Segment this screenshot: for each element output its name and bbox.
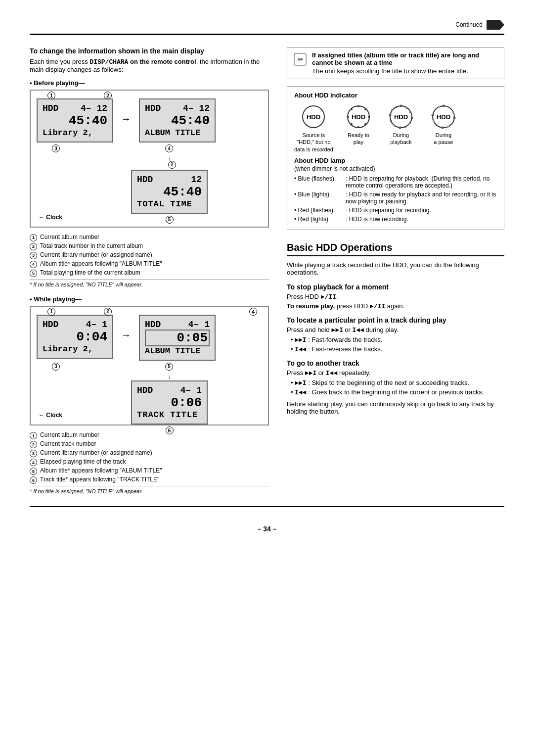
lamp-red-flash-val: : HDD is preparing for recording.: [346, 207, 431, 214]
op-stop-title: To stop playback for a moment: [287, 283, 504, 291]
lamp-blue-flash-val: : HDD is preparing for playback. (During…: [346, 175, 497, 189]
hdd-icon-playback: HDD Duringplayback: [384, 104, 418, 146]
basic-hdd-header: Basic HDD Operations: [287, 242, 504, 256]
main-layout: To change the information shown in the m…: [30, 47, 504, 494]
op-goto-bullet-1: ►►I : Skips to the beginning of the next…: [291, 379, 504, 387]
while-display-3: HDD 4– 1 0:06 TRACK TITLE: [131, 380, 208, 425]
bottom-divider: [30, 506, 504, 507]
before-d2-track: 4– 12: [183, 103, 210, 113]
svg-point-19: [409, 122, 411, 124]
svg-point-36: [438, 106, 440, 108]
lamp-item-red-flash: • Red (flashes) : HDD is preparing for r…: [294, 207, 497, 214]
svg-point-23: [390, 120, 392, 122]
continued-label: Continued: [455, 21, 483, 28]
while-d2-time: 0:05: [145, 330, 210, 346]
hdd-playback-label: Duringplayback: [390, 132, 411, 146]
op-stop-body: Press HDD ►/II. To resume play, press HD…: [287, 293, 504, 310]
op-goto-track: To go to another track Press ►►I or I◄◄ …: [287, 359, 504, 415]
op-stop-playback: To stop playback for a moment Press HDD …: [287, 283, 504, 310]
svg-text:HDD: HDD: [307, 113, 320, 121]
before-d3-track: 12: [191, 175, 202, 185]
while-item-2: 2Current track number: [30, 440, 269, 448]
svg-point-18: [410, 117, 413, 119]
while-num-circle-3: 3: [52, 363, 60, 371]
op-goto-title: To go to another track: [287, 359, 504, 367]
notes-body: The unit keeps scrolling the title to sh…: [312, 67, 498, 75]
while-d1-track: 4– 1: [86, 320, 107, 330]
hdd-icon-source-img: HDD: [301, 104, 326, 130]
svg-text:HDD: HDD: [437, 113, 450, 121]
lamp-item-red-light: • Red (lights) : HDD is now recording.: [294, 216, 497, 223]
hdd-icon-source-svg: HDD: [301, 104, 326, 129]
hdd-icon-ready-svg: HDD: [346, 104, 371, 129]
hdd-source-label: Source is"HDD," but nodata is recorded: [294, 132, 333, 153]
hdd-lamp-list: • Blue (flashes) : HDD is preparing for …: [294, 175, 497, 223]
hdd-indicator-title: About HDD indicator: [294, 92, 497, 99]
hdd-icon-pause: HDD Duringa pause: [426, 104, 461, 146]
svg-point-10: [351, 123, 353, 125]
hdd-icon-pause-img: HDD: [431, 104, 456, 130]
while-d1-hdd: HDD: [43, 320, 58, 330]
while-item-5: 5Album title* appears following "ALBUM T…: [30, 467, 269, 475]
svg-point-24: [389, 114, 391, 117]
before-asterisk: * If no title is assigned, "NO TITLE" wi…: [30, 279, 269, 287]
while-num-list: 1Current album number 2Current track num…: [30, 431, 269, 484]
lamp-red-flash-key: • Red (flashes): [294, 207, 344, 214]
op-goto-body: Press ►►I or I◄◄ repeatedly.: [287, 369, 504, 377]
svg-point-35: [431, 114, 434, 117]
top-divider: [30, 34, 504, 35]
before-display-3: HDD 12 45:40 TOTAL TIME: [131, 170, 208, 214]
before-d3-time: 45:40: [137, 185, 202, 199]
svg-point-26: [396, 106, 398, 108]
before-item-4: 4Album title* appears following "ALBUM T…: [30, 260, 269, 268]
svg-point-15: [400, 105, 402, 107]
while-item-3: 3Current library number (or assigned nam…: [30, 449, 269, 457]
notes-title: If assigned titles (album title or track…: [312, 51, 498, 66]
hdd-icon-playback-svg: HDD: [389, 104, 413, 129]
hdd-lamp-subtitle: (when dimmer is not activated): [294, 165, 497, 172]
op-locate-body: Press and hold ►►I or I◄◄ during play.: [287, 326, 504, 334]
op-goto-extra: Before starting play, you can continuous…: [287, 400, 504, 415]
while-d3-time: 0:06: [137, 395, 202, 410]
svg-point-34: [433, 120, 435, 122]
op-goto-bullet-2: I◄◄ : Goes back to the beginning of the …: [291, 388, 504, 396]
while-num-circle-6: 6: [166, 426, 174, 434]
before-display-1: HDD 4– 12 45:40 Library 2,: [37, 98, 113, 142]
before-num-circle-3: 3: [52, 144, 60, 152]
hdd-lamp-title: About HDD lamp: [294, 157, 497, 164]
lamp-blue-light-val: : HDD is now ready for playback and for …: [346, 191, 497, 205]
change-info-title: To change the information shown in the m…: [30, 47, 269, 55]
before-num-circle-2: 2: [104, 92, 112, 99]
while-playing-displays: 1 2 4 HDD 4– 1 0:04 Library 2,: [30, 306, 269, 426]
svg-point-11: [347, 116, 349, 118]
svg-point-33: [441, 127, 444, 129]
while-d1-library: Library 2,: [43, 344, 107, 354]
before-d1-track: 4– 12: [81, 103, 107, 113]
left-column: To change the information shown in the m…: [30, 47, 269, 494]
while-num-circle-1: 1: [47, 308, 55, 316]
svg-point-20: [404, 126, 406, 128]
svg-point-31: [453, 117, 455, 119]
svg-point-32: [447, 126, 449, 128]
svg-point-6: [364, 108, 366, 110]
hdd-icon-ready-img: HDD: [346, 104, 371, 130]
while-d2-library: ALBUM TITLE: [145, 346, 210, 356]
before-d2-library: ALBUM TITLE: [145, 128, 210, 138]
before-item-3: 3Current library number (or assigned nam…: [30, 251, 269, 259]
basic-hdd-title: Basic HDD Operations: [287, 242, 504, 256]
before-display-2: HDD 4– 12 45:40 ALBUM TITLE: [139, 98, 216, 142]
while-num-circle-4: 4: [249, 308, 257, 316]
page-number: – 34 –: [30, 525, 504, 533]
arrow-right-2: →: [121, 330, 131, 341]
hdd-icon-source: HDD Source is"HDD," but nodata is record…: [294, 104, 333, 153]
clock-label-while: ← Clock: [39, 412, 62, 419]
op-locate: To locate a particular point in a track …: [287, 316, 504, 353]
before-d1-hdd: HDD: [43, 103, 58, 113]
op-locate-bullets: ►►I : Fast-forwards the tracks. I◄◄ : Fa…: [287, 336, 504, 353]
before-num-circle-5: 5: [166, 216, 174, 224]
before-playing-label: • Before playing—: [30, 79, 269, 87]
svg-point-22: [394, 125, 396, 127]
notes-content: If assigned titles (album title or track…: [312, 51, 498, 75]
before-num-circle-1: 1: [47, 92, 55, 99]
svg-point-25: [391, 109, 393, 111]
